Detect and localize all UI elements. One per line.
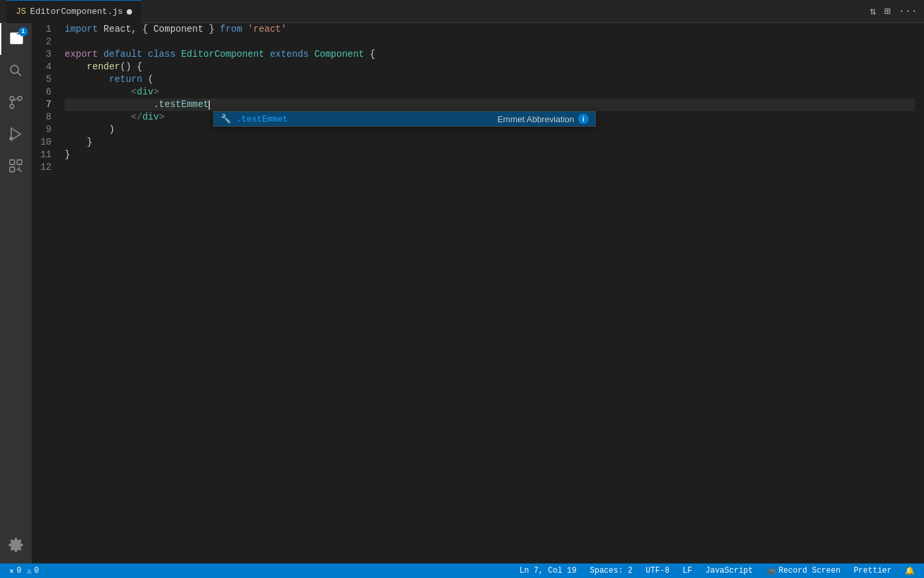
- svg-rect-9: [17, 160, 22, 164]
- vertical-scrollbar[interactable]: [915, 23, 924, 563]
- activity-bar: 1: [0, 23, 32, 563]
- activity-bar-explorer[interactable]: 1: [0, 23, 32, 55]
- line-num-6: 6: [32, 86, 58, 98]
- tab-bar: JS EditorComponent.js ⇅ ⊞ ···: [0, 0, 924, 23]
- code-line-5: return (: [65, 73, 915, 86]
- autocomplete-suggestion: .testEmmet: [236, 114, 288, 124]
- activity-bar-extensions[interactable]: [0, 150, 32, 182]
- line-num-11: 11: [32, 149, 58, 161]
- more-actions-icon[interactable]: ···: [898, 5, 917, 17]
- encoding-label: UTF-8: [645, 566, 669, 575]
- line-num-2: 2: [32, 36, 58, 48]
- notification-bell-icon: 🔔: [905, 566, 915, 576]
- record-screen-label: Record Screen: [779, 566, 841, 575]
- extensions-icon: [8, 158, 24, 174]
- status-bar-right: Ln 7, Col 19 Spaces: 2 UTF-8 LF JavaScri…: [517, 563, 917, 578]
- svg-rect-10: [10, 167, 15, 172]
- autocomplete-hint: Emmet Abbreviation: [498, 114, 574, 124]
- autocomplete-item[interactable]: 🔧 .testEmmet Emmet Abbreviation i: [214, 112, 595, 126]
- line-num-10: 10: [32, 136, 58, 149]
- status-prettier[interactable]: Prettier: [851, 563, 894, 578]
- line-num-7: 7: [32, 98, 58, 111]
- status-errors[interactable]: ✕ 0 ⚠ 0: [7, 563, 42, 578]
- emmet-icon: 🔧: [220, 114, 231, 124]
- code-editor[interactable]: import React, { Component } from 'react'…: [65, 23, 915, 563]
- code-line-1: import React, { Component } from 'react': [65, 23, 915, 36]
- svg-point-1: [11, 65, 18, 73]
- git-compare-icon[interactable]: ⇅: [870, 5, 876, 18]
- activity-bar-source-control[interactable]: [0, 87, 32, 118]
- code-line-3: export default class EditorComponent ext…: [65, 48, 915, 61]
- status-record-screen[interactable]: 📹 Record Screen: [764, 563, 843, 578]
- code-line-4: render() {: [65, 61, 915, 73]
- autocomplete-dropdown[interactable]: 🔧 .testEmmet Emmet Abbreviation i: [213, 111, 596, 127]
- status-bar: ✕ 0 ⚠ 0 Ln 7, Col 19 Spaces: 2 UTF-8 LF …: [0, 563, 924, 578]
- line-num-1: 1: [32, 23, 58, 36]
- status-encoding[interactable]: UTF-8: [643, 563, 672, 578]
- run-debug-icon: [8, 126, 24, 142]
- status-line-ending[interactable]: LF: [680, 563, 694, 578]
- line-num-4: 4: [32, 61, 58, 73]
- error-count: 0: [16, 566, 21, 575]
- autocomplete-info-icon[interactable]: i: [578, 114, 589, 124]
- line-num-12: 12: [32, 161, 58, 174]
- activity-bar-run[interactable]: [0, 118, 32, 150]
- explorer-badge: 1: [18, 27, 28, 36]
- status-notifications[interactable]: 🔔: [902, 563, 917, 578]
- line-num-5: 5: [32, 73, 58, 86]
- cursor-position: Ln 7, Col 19: [519, 566, 576, 575]
- record-screen-icon: 📹: [766, 566, 776, 576]
- svg-point-4: [18, 96, 22, 100]
- line-num-8: 8: [32, 111, 58, 124]
- source-control-icon: [8, 94, 24, 110]
- language-label: JavaScript: [706, 566, 753, 575]
- code-line-11: }: [65, 149, 915, 161]
- title-bar-actions: ⇅ ⊞ ···: [870, 5, 917, 18]
- svg-point-5: [10, 96, 14, 100]
- error-icon: ✕: [9, 566, 14, 576]
- search-icon: [8, 63, 24, 79]
- line-ending-label: LF: [682, 566, 692, 575]
- code-line-12: [65, 161, 915, 174]
- code-line-6: <div>: [65, 86, 915, 98]
- svg-line-2: [18, 73, 22, 77]
- svg-point-3: [10, 104, 14, 108]
- status-bar-left: ✕ 0 ⚠ 0: [7, 563, 42, 578]
- code-line-10: }: [65, 136, 915, 149]
- settings-icon: [8, 537, 24, 553]
- main-layout: 1: [0, 23, 924, 563]
- editor-tab[interactable]: JS EditorComponent.js: [7, 0, 141, 23]
- status-language[interactable]: JavaScript: [703, 563, 756, 578]
- line-num-9: 9: [32, 124, 58, 136]
- svg-point-7: [10, 137, 13, 140]
- status-spaces[interactable]: Spaces: 2: [587, 563, 636, 578]
- split-editor-icon[interactable]: ⊞: [884, 5, 891, 18]
- prettier-label: Prettier: [853, 566, 892, 575]
- warning-icon: ⚠: [26, 566, 31, 576]
- status-position[interactable]: Ln 7, Col 19: [517, 563, 579, 578]
- warning-count: 0: [34, 566, 39, 575]
- line-num-3: 3: [32, 48, 58, 61]
- tab-filename: EditorComponent.js: [30, 7, 123, 17]
- line-numbers: 1 2 3 4 5 6 7 8 9 10 11 12: [32, 23, 65, 563]
- activity-bar-settings[interactable]: [0, 532, 32, 563]
- editor-area: 1 2 3 4 5 6 7 8 9 10 11 12 import React,…: [32, 23, 924, 563]
- svg-rect-8: [10, 160, 15, 164]
- tab-modified-dot: [127, 9, 132, 15]
- code-line-2: [65, 36, 915, 48]
- activity-bar-search[interactable]: [0, 55, 32, 87]
- code-line-7: .testEmmet: [65, 98, 915, 111]
- js-file-icon: JS: [16, 7, 26, 17]
- spaces-label: Spaces: 2: [590, 566, 633, 575]
- editor-content[interactable]: 1 2 3 4 5 6 7 8 9 10 11 12 import React,…: [32, 23, 924, 563]
